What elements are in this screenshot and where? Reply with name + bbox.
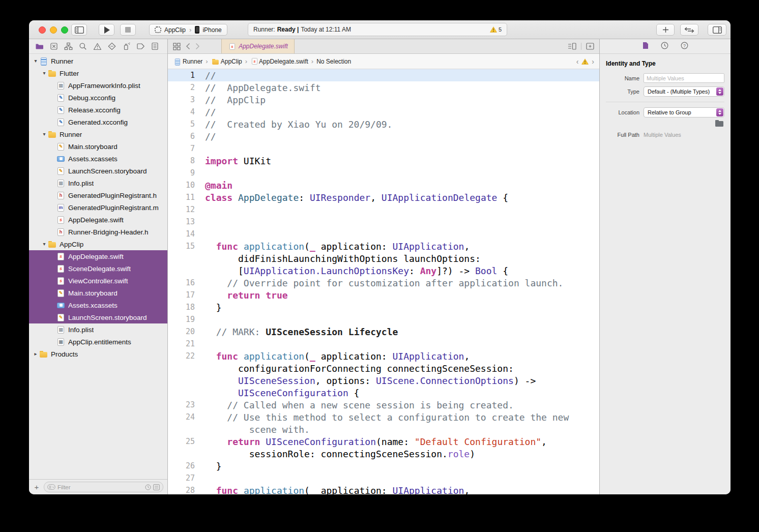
line-number: 23 (168, 400, 195, 409)
disclosure-triangle-icon[interactable]: ▾ (41, 132, 48, 137)
tree-item-main-storyboard[interactable]: ✎Main.storyboard (29, 287, 167, 299)
disclosure-triangle-icon[interactable]: ▸ (32, 351, 39, 357)
tree-item-runner[interactable]: ▾Runner (29, 55, 167, 67)
tree-item-appdelegate-swift[interactable]: sAppDelegate.swift (29, 250, 167, 262)
storyboard-icon: ✎ (57, 143, 64, 151)
disclosure-triangle-icon[interactable]: ▾ (32, 58, 39, 64)
disclosure-triangle-icon[interactable]: ▾ (41, 242, 48, 247)
line-number: 2 (168, 83, 195, 92)
tab-debug-navigator[interactable] (122, 42, 130, 50)
choose-location-folder-icon[interactable] (715, 121, 723, 127)
toggle-navigator-button[interactable] (71, 24, 87, 36)
full-path-value: Multiple Values (644, 132, 681, 138)
activity-status-bar[interactable]: Runner: Ready | Today at 12:11 AM 5 (248, 23, 507, 36)
tree-item-appclip[interactable]: ▾AppClip (29, 238, 167, 250)
zoom-window-button[interactable] (61, 26, 68, 34)
warning-icon[interactable] (581, 58, 589, 65)
editor-area: s AppDelegate.swift Runner›AppClip›sAppD… (168, 39, 599, 494)
breadcrumb-item-runner[interactable]: Runner (173, 57, 202, 66)
tree-item-generatedpluginregistrant-h[interactable]: hGeneratedPluginRegistrant.h (29, 189, 167, 201)
tab-history-inspector[interactable] (661, 42, 668, 51)
tab-issue-navigator[interactable] (93, 43, 102, 50)
code-text: UISceneConfiguration { (195, 388, 359, 398)
tree-item-flutter[interactable]: ▾Flutter (29, 67, 167, 79)
tree-item-assets-xcassets[interactable]: Assets.xcassets (29, 153, 167, 165)
tree-item-label: Main.storyboard (68, 289, 118, 297)
tree-item-scenedelegate-swift[interactable]: sSceneDelegate.swift (29, 262, 167, 275)
location-value: Relative to Group (648, 109, 691, 115)
code-line-wrap: UISceneSession, options: UIScene.Connect… (168, 374, 599, 387)
breadcrumb-item-appclip[interactable]: AppClip (211, 57, 242, 66)
warning-count-badge[interactable]: 5 (490, 26, 502, 33)
tab-quick-help-inspector[interactable]: ? (681, 42, 688, 51)
tab-report-navigator[interactable] (151, 42, 159, 50)
xcode-window: AppClip › iPhone Runner: Ready | Today a… (29, 20, 731, 494)
code-line-wrap: scene with. (168, 423, 599, 435)
go-back-icon[interactable] (186, 43, 190, 50)
tree-item-runner-bridging-header-h[interactable]: hRunner-Bridging-Header.h (29, 226, 167, 238)
line-number: 15 (168, 242, 195, 251)
tree-item-main-storyboard[interactable]: ✎Main.storyboard (29, 140, 167, 153)
name-field[interactable]: Multiple Values (644, 73, 724, 83)
recent-files-icon[interactable] (145, 484, 151, 490)
tree-item-viewcontroller-swift[interactable]: sViewController.swift (29, 275, 167, 287)
code-text: scene with. (195, 424, 310, 435)
tab-source-control-navigator[interactable] (50, 42, 58, 50)
go-forward-icon[interactable] (195, 43, 200, 50)
add-editor-icon[interactable] (586, 43, 594, 50)
scheme-selector[interactable]: AppClip › iPhone (149, 24, 227, 36)
toggle-inspectors-button[interactable] (708, 24, 726, 36)
tree-item-info-plist[interactable]: ▤Info.plist (29, 323, 167, 336)
tab-breakpoint-navigator[interactable] (136, 43, 145, 50)
tab-file-inspector[interactable] (643, 42, 649, 51)
tab-test-navigator[interactable] (108, 42, 116, 50)
line-number: 6 (168, 132, 195, 141)
warning-icon (490, 26, 497, 33)
location-popup[interactable]: Relative to Group (644, 107, 724, 117)
tree-item-runner[interactable]: ▾Runner (29, 128, 167, 140)
next-issue-icon[interactable]: › (592, 57, 594, 66)
tree-item-label: SceneDelegate.swift (68, 265, 131, 273)
disclosure-triangle-icon[interactable]: ▾ (41, 71, 48, 76)
tree-item-generatedpluginregistrant-m[interactable]: mGeneratedPluginRegistrant.m (29, 201, 167, 214)
tree-item-label: Flutter (60, 70, 79, 77)
type-popup[interactable]: Default - (Multiple Types) (644, 86, 724, 97)
breadcrumb-item-appdelegate-swift[interactable]: sAppDelegate.swift (250, 57, 308, 65)
related-items-icon[interactable] (173, 43, 181, 50)
previous-issue-icon[interactable]: ‹ (576, 57, 579, 66)
code-line-wrap: sessionRole: connectingSceneSession.role… (168, 448, 599, 460)
storyboard-icon: ✎ (57, 314, 64, 321)
run-button[interactable] (99, 24, 114, 36)
code-text: // Created by Xiao Yu on 20/9/09. (195, 119, 392, 130)
editor-tab-appdelegate[interactable]: s AppDelegate.swift (221, 39, 295, 53)
tree-item-label: AppClip.entitlements (68, 338, 131, 346)
tab-project-navigator[interactable] (35, 42, 44, 50)
library-button[interactable] (656, 24, 675, 36)
tab-find-navigator[interactable] (79, 42, 87, 50)
code-text: // (195, 131, 216, 142)
tree-item-generated-xcconfig[interactable]: ✎Generated.xcconfig (29, 116, 167, 128)
tree-item-products[interactable]: ▸Products (29, 348, 167, 360)
scm-status-filter-icon[interactable] (153, 484, 160, 490)
tree-item-info-plist[interactable]: ▤Info.plist (29, 177, 167, 189)
tree-item-appclip-entitlements[interactable]: ▦AppClip.entitlements (29, 336, 167, 348)
tree-item-assets-xcassets[interactable]: Assets.xcassets (29, 299, 167, 311)
close-window-button[interactable] (39, 26, 46, 34)
filter-field[interactable]: Filter (44, 482, 163, 492)
tree-item-debug-xcconfig[interactable]: ✎Debug.xcconfig (29, 92, 167, 104)
tree-item-appframeworkinfo-plist[interactable]: ▤AppFrameworkInfo.plist (29, 79, 167, 92)
code-review-button[interactable] (680, 24, 698, 36)
source-code-editor[interactable]: 1//2// AppDelegate.swift3// AppClip4//5/… (168, 69, 599, 494)
navigator-tab-bar (29, 39, 167, 54)
tree-item-release-xcconfig[interactable]: ✎Release.xcconfig (29, 104, 167, 116)
project-icon (173, 58, 181, 65)
stop-button[interactable] (120, 24, 136, 36)
tree-item-launchscreen-storyboard[interactable]: ✎LaunchScreen.storyboard (29, 165, 167, 177)
add-file-button[interactable]: + (33, 483, 40, 491)
breadcrumb-item-no-selection[interactable]: No Selection (316, 58, 351, 65)
tree-item-appdelegate-swift[interactable]: sAppDelegate.swift (29, 214, 167, 226)
tab-symbol-navigator[interactable] (64, 42, 73, 50)
editor-options-icon[interactable] (568, 43, 576, 50)
minimize-window-button[interactable] (50, 26, 57, 34)
tree-item-launchscreen-storyboard[interactable]: ✎LaunchScreen.storyboard (29, 311, 167, 323)
